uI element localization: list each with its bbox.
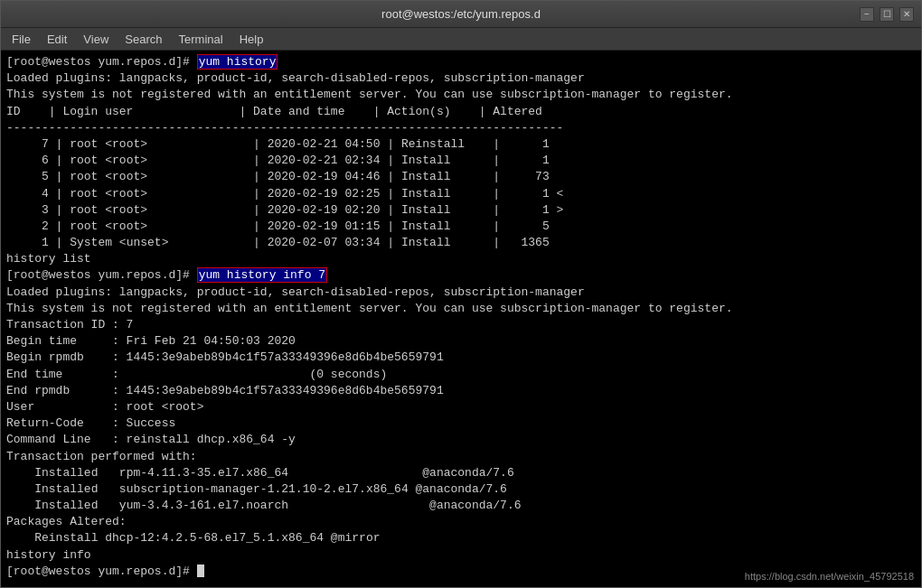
line-27: Installed subscription-manager-1.21.10-2… — [6, 482, 507, 496]
menu-search[interactable]: Search — [118, 31, 169, 48]
line-16: This system is not registered with an en… — [6, 302, 733, 315]
terminal-area[interactable]: [root@westos yum.repos.d]# yum history L… — [1, 51, 921, 587]
line-17: Transaction ID : 7 — [6, 318, 133, 331]
terminal-window: root@westos:/etc/yum.repos.d − ☐ ✕ File … — [0, 0, 922, 588]
line-9: 4 | root <root> | 2020-02-19 02:25 | Ins… — [6, 187, 563, 201]
line-28: Installed yum-3.4.3-161.el7.noarch @anac… — [6, 499, 522, 512]
line-7: 6 | root <root> | 2020-02-21 02:34 | Ins… — [6, 154, 550, 167]
terminal-content: [root@westos yum.repos.d]# yum history L… — [6, 54, 916, 580]
menu-view[interactable]: View — [76, 31, 116, 48]
line-4: ID | Login user | Date and time | Action… — [6, 105, 542, 118]
line-10: 3 | root <root> | 2020-02-19 02:20 | Ins… — [6, 203, 563, 217]
title-bar: root@westos:/etc/yum.repos.d − ☐ ✕ — [1, 1, 921, 28]
line-26: Installed rpm-4.11.3-35.el7.x86_64 @anac… — [6, 466, 514, 480]
menu-bar: File Edit View Search Terminal Help — [1, 28, 921, 51]
line-20: End time : (0 seconds) — [6, 368, 387, 381]
menu-help[interactable]: Help — [232, 31, 271, 48]
menu-terminal[interactable]: Terminal — [172, 31, 230, 48]
line-19: Begin rpmdb : 1445:3e9abeb89b4c1f57a3334… — [6, 350, 444, 364]
line-31: history info — [6, 548, 91, 562]
line-25: Transaction performed with: — [6, 450, 197, 463]
line-23: Return-Code : Success — [6, 416, 175, 430]
line-11: 2 | root <root> | 2020-02-19 01:15 | Ins… — [6, 219, 550, 233]
line-8: 5 | root <root> | 2020-02-19 04:46 | Ins… — [6, 170, 550, 183]
window-title: root@westos:/etc/yum.repos.d — [62, 7, 860, 21]
line-24: Command Line : reinstall dhcp.x86_64 -y — [6, 433, 296, 446]
line-21: End rpmdb : 1445:3e9abeb89b4c1f57a333493… — [6, 384, 444, 397]
prompt-3: [root@westos yum.repos.d]# — [6, 565, 197, 578]
cursor — [197, 565, 204, 577]
cmd-2: yum history info 7 — [197, 267, 327, 283]
line-3: This system is not registered with an en… — [6, 88, 733, 101]
menu-edit[interactable]: Edit — [40, 31, 74, 48]
line-13: history list — [6, 252, 91, 266]
close-button[interactable]: ✕ — [899, 7, 914, 22]
line-6: 7 | root <root> | 2020-02-21 04:50 | Rei… — [6, 137, 550, 151]
minimize-button[interactable]: − — [860, 7, 874, 22]
line-22: User : root <root> — [6, 400, 203, 414]
prompt-2: [root@westos yum.repos.d]# — [6, 268, 197, 282]
line-18: Begin time : Fri Feb 21 04:50:03 2020 — [6, 334, 296, 348]
line-30: Reinstall dhcp-12:4.2.5-68.el7_5.1.x86_6… — [6, 531, 380, 545]
line-29: Packages Altered: — [6, 515, 127, 528]
prompt-1: [root@westos yum.repos.d]# — [6, 55, 197, 69]
line-5: ----------------------------------------… — [6, 121, 563, 135]
watermark: https://blog.csdn.net/weixin_45792518 — [745, 571, 914, 582]
line-12: 1 | System <unset> | 2020-02-07 03:34 | … — [6, 236, 550, 249]
window-controls[interactable]: − ☐ ✕ — [860, 7, 914, 22]
maximize-button[interactable]: ☐ — [880, 7, 894, 22]
menu-file[interactable]: File — [5, 31, 38, 48]
cmd-1: yum history — [197, 54, 278, 70]
line-15: Loaded plugins: langpacks, product-id, s… — [6, 285, 585, 299]
line-2: Loaded plugins: langpacks, product-id, s… — [6, 71, 585, 85]
